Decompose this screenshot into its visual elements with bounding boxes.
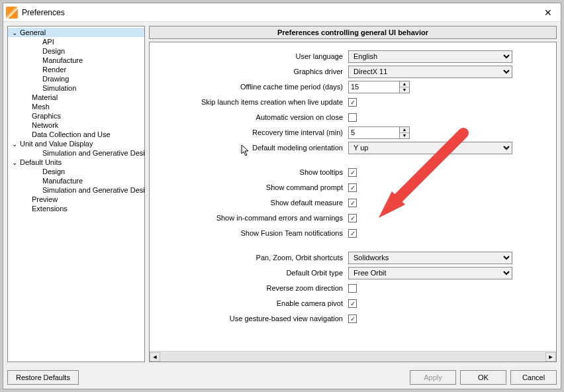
ok-button[interactable]: OK [460, 370, 506, 385]
tree-item[interactable]: Simulation and Generative Design [8, 148, 144, 158]
default-orientation-select[interactable]: Y up [348, 142, 512, 154]
label-show-default-measure: Show default measure [156, 199, 348, 207]
window-title: Preferences [22, 8, 538, 17]
tree-item[interactable]: Mesh [8, 102, 144, 111]
label-reverse-zoom: Reverse zoom direction [156, 284, 348, 292]
label-enable-pivot: Enable camera pivot [156, 299, 348, 307]
preferences-window: Preferences ✕ GeneralAPIDesignManufactur… [3, 3, 561, 389]
default-orbit-select[interactable]: Free Orbit [348, 267, 512, 279]
offline-cache-spinner[interactable]: ▲▼ [400, 81, 410, 93]
label-recovery-interval: Recovery time interval (min) [156, 128, 348, 136]
settings-panel: User language English Graphics driver Di… [149, 42, 557, 362]
footer: Restore Defaults Apply OK Cancel [3, 366, 561, 389]
tree-item[interactable]: Manufacture [8, 176, 144, 185]
tree-item[interactable]: API [8, 37, 144, 46]
tree-item[interactable]: Graphics [8, 111, 144, 121]
label-show-tooltips: Show tooltips [156, 168, 348, 176]
label-pzo-shortcuts: Pan, Zoom, Orbit shortcuts [156, 254, 348, 262]
category-tree[interactable]: GeneralAPIDesignManufactureRenderDrawing… [7, 26, 145, 362]
tree-item[interactable]: Manufacture [8, 56, 144, 65]
show-incmd-err-checkbox[interactable]: ✓ [348, 214, 357, 222]
horizontal-scrollbar[interactable]: ◄ ► [150, 351, 556, 362]
restore-defaults-button[interactable]: Restore Defaults [7, 370, 79, 385]
tree-item[interactable]: Design [8, 167, 144, 176]
tree-item[interactable]: Default Units [8, 158, 144, 167]
label-auto-version: Automatic version on close [156, 113, 348, 121]
tree-item[interactable]: Material [8, 93, 144, 102]
apply-button[interactable]: Apply [410, 370, 456, 385]
tree-item[interactable]: Simulation [8, 83, 144, 93]
tree-item[interactable]: Drawing [8, 74, 144, 83]
show-default-measure-checkbox[interactable]: ✓ [348, 199, 357, 207]
tree-item[interactable]: Preview [8, 195, 144, 204]
label-offline-cache: Offline cache time period (days) [156, 83, 348, 91]
label-show-incmd-err: Show in-command errors and warnings [156, 214, 348, 222]
tree-item[interactable]: Extensions [8, 204, 144, 213]
show-fusion-team-checkbox[interactable]: ✓ [348, 229, 357, 238]
gesture-nav-checkbox[interactable]: ✓ [348, 315, 357, 323]
tree-item[interactable]: Render [8, 65, 144, 74]
tree-item[interactable]: Simulation and Generative Design [8, 185, 144, 195]
scroll-right-icon[interactable]: ► [545, 352, 556, 362]
label-default-orientation: Default modeling orientation [156, 144, 348, 152]
user-language-select[interactable]: English [348, 50, 512, 63]
close-icon[interactable]: ✕ [538, 5, 558, 20]
show-cmd-prompt-checkbox[interactable]: ✓ [348, 183, 357, 192]
app-icon [6, 7, 18, 19]
cancel-button[interactable]: Cancel [510, 370, 557, 385]
label-user-language: User language [156, 52, 348, 60]
offline-cache-input[interactable] [348, 81, 400, 93]
graphics-driver-select[interactable]: DirectX 11 [348, 66, 512, 78]
label-default-orbit: Default Orbit type [156, 269, 348, 277]
pzo-shortcuts-select[interactable]: Solidworks [348, 252, 512, 264]
scroll-left-icon[interactable]: ◄ [150, 352, 160, 362]
skip-launch-checkbox[interactable]: ✓ [348, 98, 357, 107]
tree-item[interactable]: Design [8, 46, 144, 56]
tree-item[interactable]: Data Collection and Use [8, 130, 144, 139]
show-tooltips-checkbox[interactable]: ✓ [348, 168, 357, 177]
label-gesture-nav: Use gesture-based view navigation [156, 315, 348, 322]
label-show-cmd-prompt: Show command prompt [156, 183, 348, 191]
tree-item[interactable]: Network [8, 121, 144, 130]
tree-item[interactable]: Unit and Value Display [8, 139, 144, 148]
reverse-zoom-checkbox[interactable] [348, 284, 357, 293]
tree-item[interactable]: General [8, 28, 144, 37]
banner: Preferences controlling general UI behav… [149, 26, 557, 39]
label-skip-launch: Skip launch items creation when live upd… [156, 98, 348, 106]
enable-pivot-checkbox[interactable]: ✓ [348, 299, 357, 308]
label-show-fusion-team: Show Fusion Team notifications [156, 229, 348, 237]
recovery-interval-input[interactable] [348, 126, 400, 139]
recovery-interval-spinner[interactable]: ▲▼ [400, 126, 410, 139]
label-graphics-driver: Graphics driver [156, 68, 348, 75]
titlebar: Preferences ✕ [3, 3, 561, 22]
auto-version-checkbox[interactable] [348, 113, 357, 122]
